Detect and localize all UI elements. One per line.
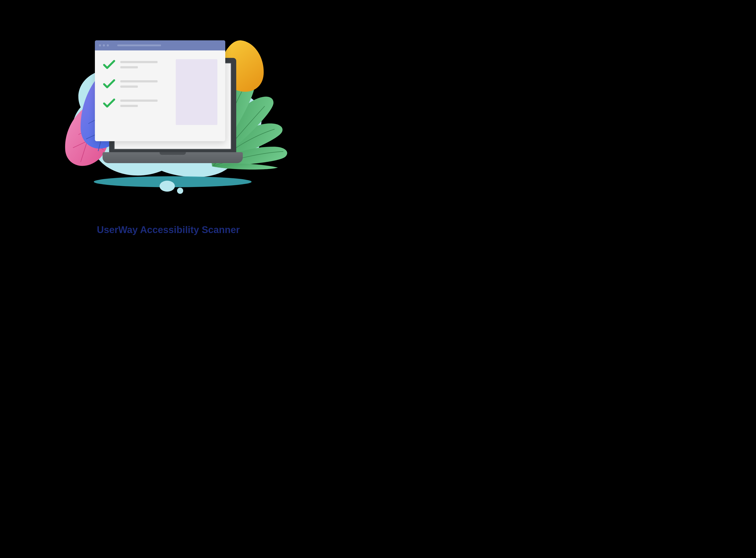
checklist-text-placeholder bbox=[120, 78, 170, 88]
window-control-dot bbox=[99, 44, 101, 47]
thought-bubble bbox=[160, 181, 175, 192]
window-control-dot bbox=[107, 44, 109, 47]
checkmark-icon bbox=[103, 78, 115, 89]
checklist-item bbox=[103, 78, 170, 89]
window-control-dot bbox=[103, 44, 105, 47]
illustration-canvas bbox=[37, 20, 300, 199]
browser-url-bar bbox=[117, 45, 161, 46]
checklist-item bbox=[103, 59, 170, 70]
checkmark-icon bbox=[103, 98, 115, 108]
side-panel bbox=[176, 59, 217, 125]
checklist-text-placeholder bbox=[120, 98, 170, 107]
checklist-item bbox=[103, 98, 170, 108]
browser-header bbox=[95, 40, 225, 50]
checklist-text-placeholder bbox=[120, 59, 170, 69]
checklist bbox=[103, 59, 170, 125]
browser-window bbox=[95, 40, 225, 141]
browser-body bbox=[95, 50, 225, 134]
thought-bubble-small bbox=[177, 188, 183, 194]
page-title: UserWay Accessibility Scanner bbox=[0, 224, 336, 235]
laptop-base bbox=[103, 152, 243, 163]
checkmark-icon bbox=[103, 59, 115, 70]
